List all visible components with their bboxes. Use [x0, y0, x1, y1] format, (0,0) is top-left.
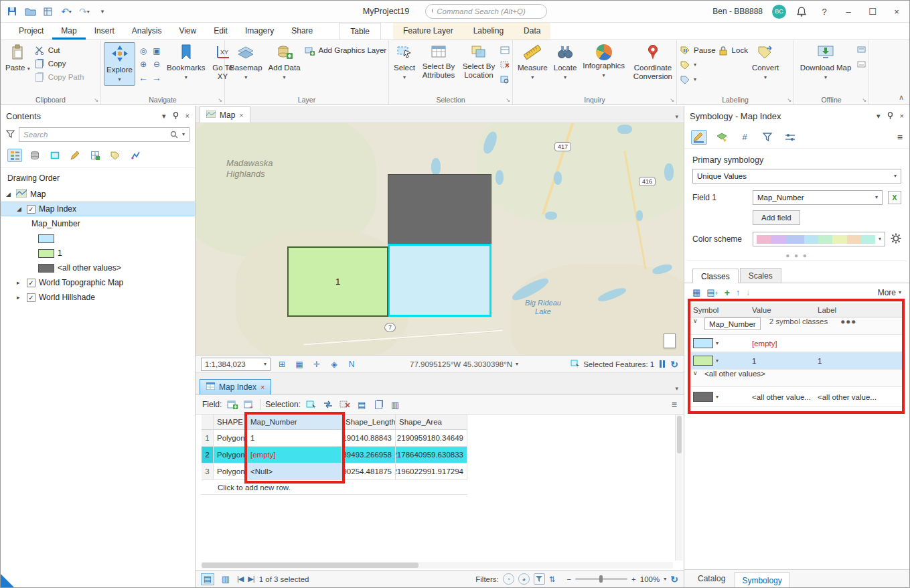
- column-header-map-number[interactable]: Map_Number: [247, 415, 342, 430]
- map-overview-icon[interactable]: [664, 334, 676, 348]
- classes-tab[interactable]: Classes: [692, 269, 739, 283]
- group-options-icon[interactable]: ●●●: [840, 317, 856, 334]
- scale-based-symbology-tab-icon[interactable]: [782, 130, 798, 145]
- map-view-tab[interactable]: Map ×: [200, 106, 250, 123]
- move-up-icon[interactable]: ↑: [736, 288, 740, 297]
- zoom-to-selection-icon[interactable]: [500, 74, 510, 85]
- locate-button[interactable]: Locate▾: [552, 42, 579, 83]
- table-horizontal-scrollbar[interactable]: [202, 562, 673, 569]
- scales-tab[interactable]: Scales: [740, 268, 781, 283]
- list-by-selection-icon[interactable]: [48, 149, 62, 162]
- copy-path-button[interactable]: Copy Path: [34, 72, 84, 82]
- tree-item-map[interactable]: ◢ Map: [1, 187, 195, 202]
- primary-symbology-tab-icon[interactable]: [691, 130, 707, 145]
- class-1-value[interactable]: 1: [749, 352, 814, 369]
- tab-view[interactable]: View: [170, 23, 205, 40]
- list-by-data-source-icon[interactable]: [27, 149, 42, 162]
- user-avatar[interactable]: BC: [772, 5, 786, 19]
- table-vertical-scrollbar[interactable]: [675, 415, 682, 561]
- symbol-dropdown-icon[interactable]: ▾: [716, 341, 718, 346]
- fixed-zoom-out-icon[interactable]: ⊖: [151, 58, 163, 70]
- help-button[interactable]: ?: [817, 7, 832, 17]
- undo-button[interactable]: ↶▾: [60, 5, 72, 17]
- labeling-dialog-launcher-icon[interactable]: ↘: [787, 97, 791, 103]
- color-scheme-options-gear-icon[interactable]: [891, 233, 901, 246]
- catalog-pane-tab[interactable]: Catalog: [691, 572, 732, 585]
- tab-insert[interactable]: Insert: [86, 23, 123, 40]
- clipboard-dialog-launcher-icon[interactable]: ↘: [94, 97, 98, 103]
- inquiry-dialog-launcher-icon[interactable]: ↘: [670, 97, 674, 103]
- crosshair-icon[interactable]: ◈: [328, 360, 340, 369]
- collapse-group-icon[interactable]: ∨: [693, 317, 701, 334]
- snap-icon[interactable]: ✛: [311, 360, 323, 369]
- close-map-tab-icon[interactable]: ×: [239, 111, 243, 119]
- set-expression-button[interactable]: X: [888, 191, 901, 204]
- tab-map[interactable]: Map: [52, 23, 85, 40]
- symbology-filter-tab-icon[interactable]: [759, 130, 775, 145]
- expand-arrow-icon[interactable]: ▸: [17, 279, 23, 286]
- color-scheme-select[interactable]: ▾: [753, 232, 885, 246]
- table-menu-icon[interactable]: ≡: [672, 399, 677, 410]
- contents-search-input[interactable]: [23, 131, 166, 139]
- map-index-checkbox[interactable]: ✓: [27, 205, 35, 214]
- tree-item-world-topographic-map[interactable]: ▸ ✓ World Topographic Map: [1, 275, 195, 290]
- select-by-attributes-button[interactable]: Select By Attributes: [419, 42, 458, 82]
- table-row[interactable]: 1 Polygon 1 190140.88843 2190959180.3464…: [202, 430, 467, 447]
- expand-arrow-icon[interactable]: ◢: [6, 191, 13, 198]
- parcel-1[interactable]: 1: [287, 246, 388, 317]
- add-graphics-layer-button[interactable]: Add Graphics Layer: [305, 45, 387, 56]
- grid-icon[interactable]: ▦: [293, 360, 305, 369]
- refresh-map-icon[interactable]: ↻: [670, 359, 678, 370]
- previous-extent-icon[interactable]: ←: [137, 72, 149, 84]
- north-arrow-icon[interactable]: N: [346, 360, 358, 369]
- copy-rows-icon[interactable]: [372, 399, 384, 410]
- map-scale-select[interactable]: 1:1,384,023▾: [201, 358, 271, 371]
- cut-button[interactable]: Cut: [34, 45, 84, 56]
- notifications-bell-icon[interactable]: [795, 5, 808, 17]
- class-1-label[interactable]: 1: [814, 352, 904, 369]
- save-icon[interactable]: [6, 5, 18, 17]
- filter-extent-icon[interactable]: ◔: [503, 573, 514, 585]
- add-new-row[interactable]: Click to add new row.: [202, 480, 467, 495]
- symbology-pin-icon[interactable]: [887, 112, 894, 121]
- class-empty-swatch[interactable]: [38, 234, 54, 243]
- zoom-level[interactable]: 100%: [640, 575, 660, 583]
- list-by-drawing-order-icon[interactable]: [7, 149, 22, 162]
- maximize-button[interactable]: ☐: [865, 7, 880, 17]
- field1-select[interactable]: Map_Number▾: [753, 190, 883, 205]
- table-tab-options-icon[interactable]: ▾: [675, 385, 678, 392]
- copy-button[interactable]: Copy: [34, 58, 84, 69]
- signed-in-user[interactable]: Ben - BB8888: [712, 7, 763, 16]
- table-tab-map-index[interactable]: Map Index ×: [200, 379, 271, 394]
- fixed-zoom-in-icon[interactable]: ⊕: [137, 58, 149, 70]
- null-value-cell[interactable]: <Null>: [247, 463, 342, 480]
- selected-features-count[interactable]: Selected Features: 1: [583, 360, 654, 368]
- class-other-value[interactable]: <all other value...: [749, 387, 814, 407]
- new-project-icon[interactable]: [42, 5, 54, 17]
- parcel-other-values[interactable]: [388, 174, 491, 244]
- tab-labeling[interactable]: Labeling: [463, 23, 514, 40]
- symbol-dropdown-icon[interactable]: ▾: [716, 394, 718, 400]
- refresh-table-icon[interactable]: ↻: [670, 574, 678, 585]
- tree-legend-class-empty[interactable]: [1, 231, 195, 246]
- explore-button[interactable]: Explore▾: [104, 42, 135, 86]
- clear-selection-icon[interactable]: [500, 60, 510, 70]
- list-by-labeling-icon[interactable]: [108, 149, 123, 162]
- row-selector-header[interactable]: [202, 415, 214, 430]
- close-table-tab-icon[interactable]: ×: [260, 383, 264, 391]
- coordinate-conversion-button[interactable]: Coordinate Conversion: [629, 42, 677, 83]
- add-value-icon[interactable]: +: [725, 287, 730, 298]
- symbology-method-select[interactable]: Unique Values▾: [692, 169, 901, 183]
- filter-icon[interactable]: [6, 130, 15, 140]
- paste-button[interactable]: Paste ▾: [3, 42, 32, 74]
- symbology-menu-icon[interactable]: ▾: [877, 112, 881, 121]
- hillshade-checkbox[interactable]: ✓: [27, 293, 35, 302]
- label-style-button[interactable]: ▾: [680, 60, 716, 70]
- command-search[interactable]: [425, 4, 547, 19]
- class-row-empty[interactable]: ▾ [empty]: [690, 335, 904, 352]
- tab-analysis[interactable]: Analysis: [123, 23, 171, 40]
- pause-drawing-icon[interactable]: [660, 360, 665, 368]
- field-group-row[interactable]: ∨ Map_Number 2 symbol classes ●●●: [690, 317, 904, 335]
- class-empty-value[interactable]: [empty]: [749, 335, 814, 352]
- column-header-shape[interactable]: SHAPE *: [214, 415, 247, 430]
